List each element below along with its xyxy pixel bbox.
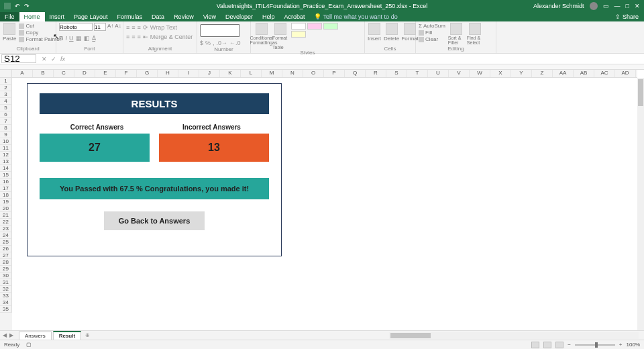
row-header[interactable]: 19 — [0, 199, 12, 205]
row-header[interactable]: 26 — [0, 246, 12, 252]
decrease-font-icon[interactable]: A↓ — [115, 23, 121, 31]
bold-button[interactable]: B — [59, 35, 64, 42]
indent-icon[interactable]: ⇤ — [143, 34, 148, 40]
column-header[interactable]: K — [220, 70, 241, 77]
column-header[interactable]: G — [137, 70, 158, 77]
wrap-text-button[interactable]: Wrap Text — [150, 24, 177, 31]
sheet-tab-answers[interactable]: Answers — [19, 332, 52, 340]
column-header[interactable]: C — [54, 70, 74, 77]
currency-icon[interactable]: $ — [200, 40, 203, 46]
enter-formula-icon[interactable]: ✓ — [51, 56, 56, 62]
column-header[interactable]: J — [199, 70, 220, 77]
save-icon[interactable] — [4, 3, 11, 9]
column-header[interactable]: L — [241, 70, 262, 77]
sheet-next-icon[interactable]: ▶ — [9, 332, 13, 338]
zoom-out-button[interactable]: − — [568, 342, 571, 348]
column-header[interactable]: B — [33, 70, 54, 77]
zoom-slider[interactable] — [575, 344, 615, 346]
row-header[interactable]: 1 — [0, 78, 12, 85]
fill-button[interactable]: Fill — [419, 30, 445, 36]
column-header[interactable]: F — [116, 70, 137, 77]
row-header[interactable]: 24 — [0, 232, 12, 239]
minimize-icon[interactable]: — — [614, 3, 621, 9]
font-color-button[interactable]: A̲ — [92, 35, 96, 42]
row-header[interactable]: 27 — [0, 252, 12, 259]
column-header[interactable]: O — [303, 70, 324, 77]
row-header[interactable]: 20 — [0, 205, 12, 212]
tab-file[interactable]: File — [0, 12, 19, 21]
column-header[interactable]: AA — [553, 70, 574, 77]
row-header[interactable]: 2 — [0, 85, 12, 91]
align-middle-icon[interactable]: ≡ — [131, 24, 135, 31]
sheet-prev-icon[interactable]: ◀ — [3, 332, 7, 338]
column-header[interactable]: V — [449, 70, 470, 77]
zoom-slider-thumb[interactable] — [595, 342, 598, 348]
horizontal-scrollbar[interactable] — [389, 332, 639, 339]
sort-filter-button[interactable]: Sort & Filter — [448, 23, 464, 45]
row-header[interactable]: 16 — [0, 179, 12, 185]
column-header[interactable]: T — [407, 70, 428, 77]
row-header[interactable]: 12 — [0, 152, 12, 158]
select-all-button[interactable] — [0, 70, 12, 78]
font-name-select[interactable] — [59, 23, 93, 31]
row-header[interactable]: 14 — [0, 165, 12, 172]
sheet-nav-buttons[interactable]: ◀▶ — [3, 332, 13, 338]
row-header[interactable]: 17 — [0, 185, 12, 192]
formula-input[interactable] — [70, 54, 644, 63]
column-header[interactable]: E — [95, 70, 116, 77]
row-header[interactable]: 31 — [0, 279, 12, 286]
row-header[interactable]: 35 — [0, 306, 12, 313]
tab-page-layout[interactable]: Page Layout — [69, 12, 113, 21]
column-header[interactable]: Q — [345, 70, 366, 77]
row-header[interactable]: 33 — [0, 293, 12, 299]
row-header[interactable]: 29 — [0, 266, 12, 272]
column-header[interactable]: R — [366, 70, 386, 77]
row-header[interactable]: 25 — [0, 239, 12, 246]
find-select-button[interactable]: Find & Select — [467, 23, 483, 45]
autosum-button[interactable]: ΣAutoSum — [419, 23, 445, 29]
share-button[interactable]: ⇪ Share — [615, 12, 644, 21]
comma-icon[interactable]: , — [213, 40, 215, 46]
close-icon[interactable]: ✕ — [635, 3, 640, 9]
row-header[interactable]: 32 — [0, 286, 12, 293]
column-headers[interactable]: ABCDEFGHIJKLMNOPQRSTUVWXYZAAABACAD — [12, 70, 637, 78]
sheet-tab-result[interactable]: Result — [53, 331, 81, 340]
align-right-icon[interactable]: ≡ — [138, 34, 141, 40]
page-break-view-icon[interactable] — [555, 342, 564, 348]
column-header[interactable]: Z — [532, 70, 553, 77]
column-header[interactable]: I — [178, 70, 199, 77]
row-header[interactable]: 3 — [0, 91, 12, 98]
orientation-icon[interactable]: ⟳ — [143, 24, 148, 31]
user-name[interactable]: Alexander Schmidt — [533, 3, 584, 9]
undo-icon[interactable]: ↶ — [15, 3, 20, 9]
tab-home[interactable]: Home — [19, 12, 45, 21]
column-header[interactable]: P — [324, 70, 345, 77]
merge-center-button[interactable]: Merge & Center — [150, 34, 193, 40]
tab-review[interactable]: Review — [169, 12, 199, 21]
clear-button[interactable]: Clear — [419, 36, 445, 42]
row-header[interactable]: 22 — [0, 219, 12, 226]
row-header[interactable]: 6 — [0, 111, 12, 118]
paste-button[interactable]: Paste — [3, 23, 16, 42]
row-header[interactable]: 15 — [0, 172, 12, 179]
tab-formulas[interactable]: Formulas — [113, 12, 148, 21]
tab-view[interactable]: View — [199, 12, 221, 21]
row-header[interactable]: 8 — [0, 125, 12, 132]
row-header[interactable]: 28 — [0, 259, 12, 266]
column-header[interactable]: N — [282, 70, 303, 77]
normal-view-icon[interactable] — [531, 342, 539, 348]
row-headers[interactable]: 1234567891011121314151617181920212223242… — [0, 78, 12, 330]
column-header[interactable]: X — [490, 70, 511, 77]
number-format-select[interactable] — [200, 24, 240, 37]
cell-styles-gallery[interactable] — [291, 23, 345, 38]
insert-cells-button[interactable]: Insert — [368, 23, 381, 42]
column-header[interactable]: D — [74, 70, 95, 77]
column-header[interactable]: H — [158, 70, 178, 77]
user-avatar-icon[interactable] — [590, 2, 598, 10]
format-painter-button[interactable]: Format Painter — [19, 36, 61, 42]
maximize-icon[interactable]: □ — [626, 3, 629, 9]
fill-color-button[interactable]: ◧ — [84, 35, 90, 42]
tab-help[interactable]: Help — [258, 12, 280, 21]
row-header[interactable]: 23 — [0, 226, 12, 232]
horizontal-scroll-thumb[interactable] — [390, 333, 431, 338]
